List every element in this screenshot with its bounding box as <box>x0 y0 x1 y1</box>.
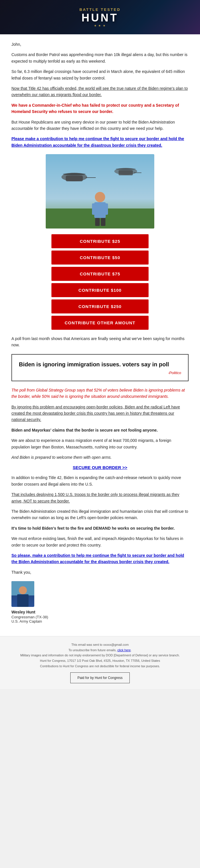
paragraph-9: We are about to experience a mass migrat… <box>11 437 189 450</box>
paragraph-4-red: We have a Commander-in-Chief who has fai… <box>11 102 189 115</box>
poll-source-name: -Politico <box>168 371 181 375</box>
greeting-text: John, <box>11 41 189 48</box>
hero-image-block <box>11 154 189 228</box>
secure-border-link[interactable]: SECURE OUR BORDER >> <box>11 465 189 470</box>
footer-tax-notice: Contributions to Hunt for Congress are n… <box>11 663 189 669</box>
contribute-25-button[interactable]: CONTRIBUTE $25 <box>52 234 148 248</box>
battle-tested-label: BATTLE TESTED <box>79 7 121 12</box>
svg-rect-3 <box>66 176 83 181</box>
paragraph-8-bold: Biden and Mayorkas' claims that the bord… <box>11 427 189 433</box>
contribute-75-button[interactable]: CONTRIBUTE $75 <box>52 267 148 281</box>
svg-rect-15 <box>101 218 105 226</box>
contribute-50-button[interactable]: CONTRIBUTE $50 <box>52 251 148 265</box>
svg-point-10 <box>95 192 105 202</box>
paragraph-1: Customs and Border Patrol was apprehendi… <box>11 52 189 64</box>
poll-quote-text: Biden is ignoring immigration issues. vo… <box>19 360 181 368</box>
stars-decoration: ★ ★ ★ <box>79 24 121 27</box>
footer-email-notice: This email was sent to xxxxx@gmail.com <box>11 642 189 648</box>
paragraph-15: We must enforce existing laws, finish th… <box>11 535 189 548</box>
svg-point-9 <box>116 168 136 170</box>
paragraph-6: A poll from last month shows that Americ… <box>11 336 189 348</box>
contribute-250-button[interactable]: CONTRIBUTE $250 <box>52 300 148 313</box>
svg-rect-7 <box>119 170 133 175</box>
poll-red-paragraph: The poll from Global Strategy Group says… <box>11 387 189 400</box>
paid-for-box: Paid for by Hunt for Congress <box>70 672 130 683</box>
svg-rect-12 <box>92 203 96 215</box>
hero-svg <box>46 154 154 228</box>
hero-image <box>46 154 154 228</box>
footer-unsubscribe: To unsubscribe from future emails, click… <box>11 648 189 653</box>
contribute-buttons-section: CONTRIBUTE $25 CONTRIBUTE $50 CONTRIBUTE… <box>11 234 189 330</box>
signature-photo <box>11 581 34 607</box>
signature-title-1: Congressman (TX-38) <box>11 615 189 619</box>
paragraph-7: By ignoring this problem and encouraging… <box>11 404 189 423</box>
paragraph-3-underline: Now that Title 42 has officially ended, … <box>11 86 188 97</box>
signature-name-text: Wesley Hunt <box>11 610 189 614</box>
contribute-other-button[interactable]: CONTRIBUTE OTHER AMOUNT <box>52 316 148 330</box>
paragraph-5: But House Republicans are using every de… <box>11 119 189 132</box>
paragraph-2: So far, 6.3 million illegal crossings ha… <box>11 68 189 81</box>
contribute-link-2[interactable]: So please, make a contribution to help m… <box>11 552 189 565</box>
svg-rect-14 <box>95 218 100 226</box>
email-wrapper: BATTLE TESTED HUNT ★ ★ ★ John, Customs a… <box>0 0 200 689</box>
svg-rect-19 <box>17 594 29 607</box>
poll-source: -Politico <box>19 371 181 375</box>
signature-svg <box>11 581 34 607</box>
thank-you-text: Thank you, <box>11 569 189 576</box>
signature-block: Wesley Hunt Congressman (TX-38) U.S. Arm… <box>11 581 189 623</box>
paragraph-11: In addition to ending Title 42, Biden is… <box>11 474 189 487</box>
paragraph-3: Now that Title 42 has officially ended, … <box>11 85 189 98</box>
footer-military-notice: Military images and information do not i… <box>11 653 189 658</box>
paragraph-12-underline: That includes deploying 1,500 U.S. troop… <box>11 492 179 503</box>
footer-section: This email was sent to xxxxx@gmail.com T… <box>0 636 200 689</box>
svg-rect-13 <box>104 203 108 215</box>
paragraph-10-italic: And Biden is prepared to welcome them wi… <box>11 454 189 461</box>
contribute-link-1[interactable]: Please make a contribution to help me co… <box>11 135 189 149</box>
paragraph-12: That includes deploying 1,500 U.S. troop… <box>11 491 189 504</box>
svg-point-18 <box>19 586 27 594</box>
contribute-100-button[interactable]: CONTRIBUTE $100 <box>52 283 148 297</box>
header-banner: BATTLE TESTED HUNT ★ ★ ★ <box>0 0 200 34</box>
paragraph-7-underline: By ignoring this problem and encouraging… <box>11 405 180 422</box>
paragraph-13: The Biden Administration created this il… <box>11 508 189 521</box>
footer-address: Hunt for Congress, 17017 1/2 Post Oak Bl… <box>11 658 189 663</box>
svg-point-5 <box>63 173 86 175</box>
paid-for-text: Paid for by Hunt for Congress <box>77 676 123 680</box>
hunt-title-label: HUNT <box>79 12 121 24</box>
unsubscribe-link[interactable]: click here <box>118 648 131 652</box>
signature-title-2: U.S. Army Captain <box>11 619 189 623</box>
paragraph-10-em: And Biden is prepared to welcome them wi… <box>11 455 112 460</box>
header-title-block: BATTLE TESTED HUNT ★ ★ ★ <box>79 7 121 27</box>
poll-quote-block: Biden is ignoring immigration issues. vo… <box>11 354 189 381</box>
email-body: John, Customs and Border Patrol was appr… <box>0 34 200 636</box>
paragraph-14-bold: It's time to hold Biden's feet to the fi… <box>11 525 189 531</box>
